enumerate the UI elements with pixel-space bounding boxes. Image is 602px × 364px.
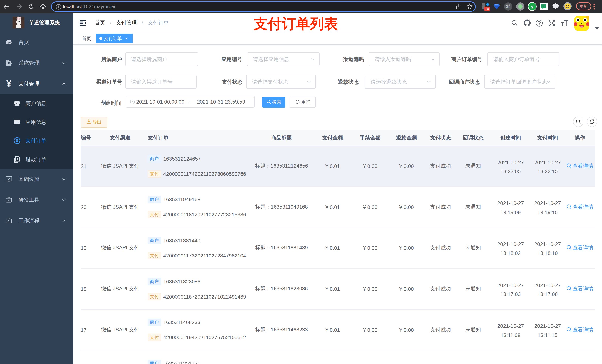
svg-text:10: 10 — [485, 7, 489, 11]
svg-text:⌘: ⌘ — [506, 4, 511, 9]
svg-text:y: y — [531, 4, 534, 9]
